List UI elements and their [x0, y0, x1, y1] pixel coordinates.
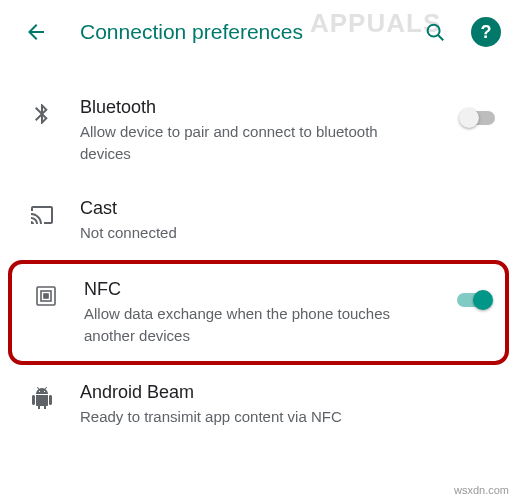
setting-action — [441, 96, 497, 128]
nfc-icon — [20, 278, 72, 308]
app-header: Connection preferences ? — [0, 0, 517, 64]
search-button[interactable] — [415, 12, 455, 52]
setting-item-bluetooth[interactable]: Bluetooth Allow device to pair and conne… — [0, 80, 517, 181]
search-icon — [424, 21, 446, 43]
setting-item-android-beam[interactable]: Android Beam Ready to transimit app cont… — [0, 365, 517, 444]
svg-point-0 — [428, 25, 440, 37]
page-title: Connection preferences — [80, 20, 415, 44]
help-button[interactable]: ? — [471, 17, 501, 47]
setting-body: Bluetooth Allow device to pair and conne… — [68, 96, 441, 165]
help-icon: ? — [481, 22, 492, 43]
footer-watermark: wsxdn.com — [454, 484, 509, 496]
setting-subtitle: Allow data exchange when the phone touch… — [84, 303, 394, 347]
setting-title: Cast — [80, 197, 497, 220]
android-icon — [16, 381, 68, 411]
bluetooth-toggle[interactable] — [459, 108, 497, 128]
setting-item-cast[interactable]: Cast Not connected — [0, 181, 517, 260]
setting-title: NFC — [84, 278, 437, 301]
setting-action — [437, 278, 493, 310]
svg-rect-4 — [44, 294, 48, 298]
setting-subtitle: Allow device to pair and connect to blue… — [80, 121, 390, 165]
back-arrow-icon — [24, 20, 48, 44]
bluetooth-icon — [16, 96, 68, 126]
setting-subtitle: Ready to transimit app content via NFC — [80, 406, 390, 428]
nfc-toggle[interactable] — [455, 290, 493, 310]
settings-list: Bluetooth Allow device to pair and conne… — [0, 64, 517, 444]
setting-title: Bluetooth — [80, 96, 441, 119]
setting-body: Android Beam Ready to transimit app cont… — [68, 381, 497, 428]
header-actions: ? — [415, 12, 501, 52]
cast-icon — [16, 197, 68, 227]
setting-subtitle: Not connected — [80, 222, 390, 244]
setting-body: NFC Allow data exchange when the phone t… — [72, 278, 437, 347]
svg-line-1 — [438, 35, 443, 40]
back-button[interactable] — [16, 12, 56, 52]
setting-body: Cast Not connected — [68, 197, 497, 244]
setting-title: Android Beam — [80, 381, 497, 404]
setting-item-nfc[interactable]: NFC Allow data exchange when the phone t… — [8, 260, 509, 365]
